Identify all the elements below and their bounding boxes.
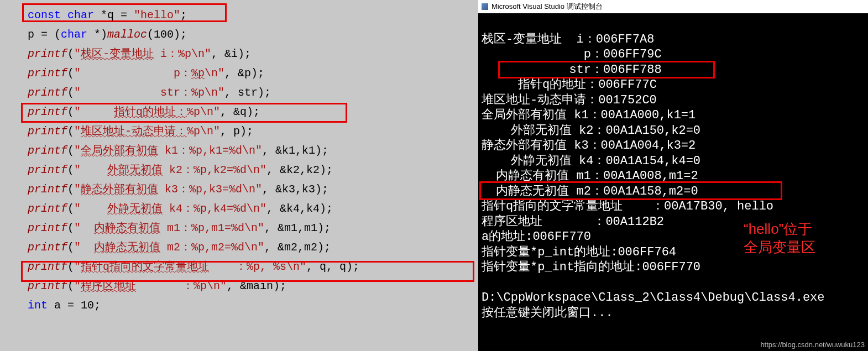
code-line: int a = 10; <box>28 296 467 315</box>
code-line: printf(" 外静无初值 k4：%p,k4=%d\n", &k4,k4); <box>28 199 467 218</box>
console-line: 内静态有初值 m1：00A1A008,m1=2 <box>482 169 698 183</box>
console-line: 外静无初值 k4：00A1A154,k4=0 <box>482 154 700 168</box>
console-title: Microsoft Visual Studio 调试控制台 <box>491 2 603 12</box>
console-line: 指针变量*p_int指向的地址:006FF770 <box>482 260 700 274</box>
code-line: p = (char *)malloc(100); <box>28 25 467 44</box>
code-line: printf("全局外部有初值 k1：%p,k1=%d\n", &k1,k1); <box>28 141 467 160</box>
code-line: printf(" 指针q的地址：%p\n", &q); <box>28 102 467 122</box>
code-line: printf(" 外部无初值 k2：%p,k2=%d\n", &k2,k2); <box>28 160 467 180</box>
console-line: a的地址:006FF770 <box>482 230 591 244</box>
console-titlebar: Microsoft Visual Studio 调试控制台 <box>478 0 868 13</box>
code-line: printf("静态外部有初值 k3：%p,k3=%d\n", &k3,k3); <box>28 180 467 199</box>
watermark: https://blog.csdn.net/wuwuku123 <box>760 340 865 349</box>
code-line: printf(" p：%p\n", &p); <box>28 64 467 83</box>
console-line: 内静态无初值 m2：00A1A158,m2=0 <box>482 185 698 198</box>
console-line: 按任意键关闭此窗口... <box>482 306 613 320</box>
annotation-text: “hello”位于 全局变量区 <box>744 220 815 256</box>
console-line: str：006FF788 <box>482 63 662 77</box>
code-line: printf(" 内静态有初值 m1：%p,m1=%d\n", &m1,m1); <box>28 218 467 238</box>
code-editor-pane[interactable]: const char *q = "hello"; p = (char *)mal… <box>0 0 478 351</box>
console-line: p：006FF79C <box>482 48 662 61</box>
console-line: 程序区地址 ：00A112B2 <box>482 215 664 229</box>
code-line: printf("堆区地址-动态申请：%p\n", p); <box>28 122 467 141</box>
console-line: 堆区地址-动态申请：001752C0 <box>482 93 657 107</box>
console-output: 栈区-变量地址 i：006FF7A8 p：006FF79C str：006FF7… <box>478 13 868 336</box>
code-line: printf("程序区地址 ：%p\n", &main); <box>28 276 467 296</box>
console-line: 指针q的地址：006FF77C <box>482 78 657 92</box>
console-line: 栈区-变量地址 i：006FF7A8 <box>482 33 654 46</box>
console-line: 静态外部有初值 k3：00A1A004,k3=2 <box>482 139 696 153</box>
console-line: 全局外部有初值 k1：00A1A000,k1=1 <box>482 108 696 122</box>
app-icon <box>482 3 488 10</box>
code-line: printf(" 内静态无初值 m2：%p,m2=%d\n", &m2,m2); <box>28 238 467 257</box>
console-line: 指针q指向的文字常量地址 ：00A17B30, hello <box>482 200 773 213</box>
console-pane[interactable]: Microsoft Visual Studio 调试控制台 栈区-变量地址 i：… <box>478 0 868 351</box>
console-line: D:\CppWorkspace\Class_2\Class4\Debug\Cla… <box>482 291 825 305</box>
code-line: printf("栈区-变量地址 i：%p\n", &i); <box>28 44 467 64</box>
console-line: 指针变量*p_int的地址:006FF764 <box>482 245 676 259</box>
code-line: const char *q = "hello"; <box>28 6 467 25</box>
code-line: printf("指针q指向的文字常量地址 ：%p, %s\n", q, q); <box>28 257 467 276</box>
console-line: 外部无初值 k2：00A1A150,k2=0 <box>482 124 700 138</box>
code-line: printf(" str：%p\n", str); <box>28 83 467 102</box>
